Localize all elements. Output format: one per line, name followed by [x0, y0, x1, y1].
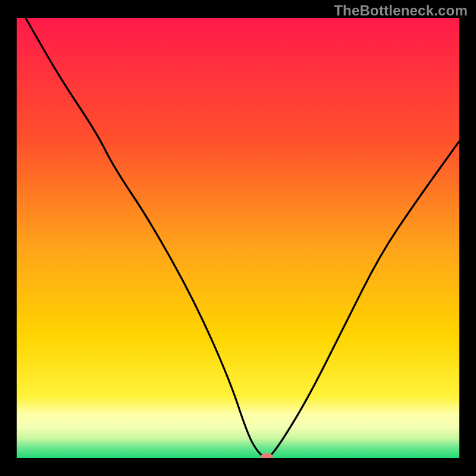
- bottleneck-plot: [0, 0, 476, 476]
- minimum-marker: [261, 453, 273, 461]
- chart-container: { "watermark": "TheBottleneck.com", "col…: [0, 0, 476, 476]
- watermark-text: TheBottleneck.com: [334, 2, 468, 19]
- gradient-background: [17, 18, 459, 458]
